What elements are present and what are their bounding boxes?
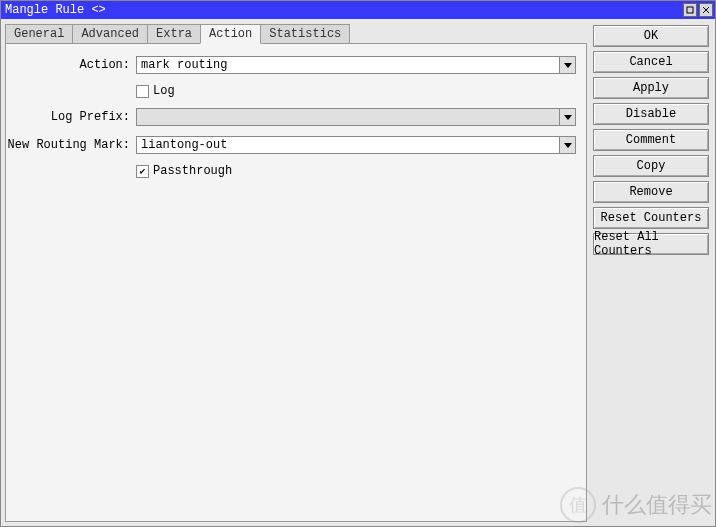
disable-button[interactable]: Disable: [593, 103, 709, 125]
copy-button[interactable]: Copy: [593, 155, 709, 177]
log-checkbox-label: Log: [153, 84, 175, 98]
action-label: Action:: [6, 58, 136, 72]
watermark-icon: 值: [560, 487, 596, 523]
action-dropdown-button[interactable]: [560, 56, 576, 74]
watermark-text: 什么值得买: [602, 490, 712, 520]
remove-button[interactable]: Remove: [593, 181, 709, 203]
chevron-down-icon: [564, 143, 572, 148]
log-prefix-input[interactable]: [136, 108, 560, 126]
svg-rect-0: [687, 7, 693, 13]
window-title: Mangle Rule <>: [5, 3, 106, 17]
tab-body-action: Action:: [5, 43, 587, 522]
log-prefix-label: Log Prefix:: [6, 110, 136, 124]
log-prefix-dropdown-button[interactable]: [560, 108, 576, 126]
minimize-button[interactable]: [683, 3, 697, 17]
new-routing-mark-dropdown-button[interactable]: [560, 136, 576, 154]
main-panel: General Advanced Extra Action Statistics…: [5, 23, 587, 522]
tab-action[interactable]: Action: [200, 24, 261, 44]
action-combo[interactable]: [136, 56, 576, 74]
new-routing-mark-combo[interactable]: [136, 136, 576, 154]
log-checkbox[interactable]: [136, 85, 149, 98]
action-input[interactable]: [136, 56, 560, 74]
reset-counters-button[interactable]: Reset Counters: [593, 207, 709, 229]
cancel-button[interactable]: Cancel: [593, 51, 709, 73]
watermark: 值 什么值得买: [560, 487, 712, 523]
tab-statistics[interactable]: Statistics: [260, 24, 350, 44]
log-prefix-combo[interactable]: [136, 108, 576, 126]
apply-button[interactable]: Apply: [593, 77, 709, 99]
titlebar: Mangle Rule <>: [1, 1, 715, 19]
chevron-down-icon: [564, 115, 572, 120]
new-routing-mark-label: New Routing Mark:: [6, 138, 136, 152]
reset-all-counters-button[interactable]: Reset All Counters: [593, 233, 709, 255]
chevron-down-icon: [564, 63, 572, 68]
tab-general[interactable]: General: [5, 24, 73, 44]
close-button[interactable]: [699, 3, 713, 17]
passthrough-checkbox-label: Passthrough: [153, 164, 232, 178]
sidebar: OK Cancel Apply Disable Comment Copy Rem…: [593, 23, 709, 522]
new-routing-mark-input[interactable]: [136, 136, 560, 154]
tab-strip: General Advanced Extra Action Statistics: [5, 24, 587, 44]
tab-extra[interactable]: Extra: [147, 24, 201, 44]
passthrough-checkbox[interactable]: ✔: [136, 165, 149, 178]
window: Mangle Rule <> General Advanced Extra Ac…: [0, 0, 716, 527]
comment-button[interactable]: Comment: [593, 129, 709, 151]
tab-advanced[interactable]: Advanced: [72, 24, 148, 44]
ok-button[interactable]: OK: [593, 25, 709, 47]
